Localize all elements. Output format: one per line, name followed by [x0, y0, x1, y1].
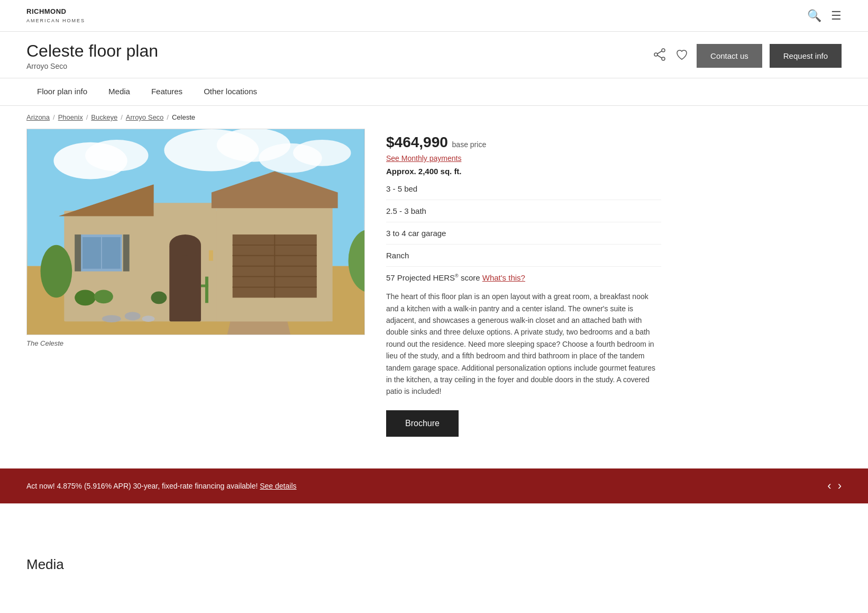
- search-icon[interactable]: 🔍: [807, 9, 821, 23]
- svg-rect-25: [169, 245, 201, 321]
- breadcrumb-arroyo-seco[interactable]: Arroyo Seco: [126, 113, 164, 121]
- svg-rect-22: [102, 237, 121, 269]
- header-actions: 🔍 ☰: [807, 9, 842, 23]
- tab-features[interactable]: Features: [141, 78, 193, 106]
- nav-tabs: Floor plan info Media Features Other loc…: [0, 78, 868, 106]
- hers-whatsthis-link[interactable]: What's this?: [482, 273, 525, 282]
- svg-rect-23: [75, 235, 81, 272]
- financing-message: Act now! 4.875% (5.916% APR) 30-year, fi…: [26, 482, 258, 490]
- hers-block: 57 Projected HERS® score What's this?: [386, 273, 661, 282]
- svg-rect-16: [153, 203, 216, 216]
- image-section: The Celeste: [26, 129, 365, 437]
- property-image: [26, 129, 365, 335]
- price-block: $464,990 base price: [386, 134, 661, 151]
- tab-floor-plan-info[interactable]: Floor plan info: [26, 78, 98, 106]
- financing-see-details-link[interactable]: See details: [260, 482, 296, 490]
- bath-spec: 2.5 - 3 bath: [386, 206, 661, 222]
- svg-rect-21: [83, 237, 101, 269]
- financing-text: Act now! 4.875% (5.916% APR) 30-year, fi…: [26, 482, 297, 490]
- media-section: Media: [0, 535, 868, 594]
- brochure-button[interactable]: Brochure: [386, 410, 459, 437]
- garage-spec: 3 to 4 car garage: [386, 229, 661, 245]
- svg-line-4: [657, 55, 662, 58]
- svg-point-36: [75, 290, 96, 306]
- main-content: The Celeste $464,990 base price See Mont…: [0, 129, 688, 458]
- banner-prev-arrow[interactable]: ‹: [827, 479, 831, 493]
- media-heading: Media: [26, 556, 842, 573]
- svg-point-11: [293, 140, 351, 166]
- svg-point-2: [662, 57, 665, 60]
- title-bar: Celeste floor plan Arroyo Seco Contact u…: [0, 32, 868, 78]
- tab-other-locations[interactable]: Other locations: [193, 78, 268, 106]
- svg-rect-41: [201, 285, 208, 287]
- breadcrumb: Arizona / Phoenix / Buckeye / Arroyo Sec…: [0, 106, 868, 129]
- site-header: RICHMOND AMERICAN HOMES 🔍 ☰: [0, 0, 868, 32]
- svg-rect-24: [123, 235, 130, 272]
- monthly-payments-link[interactable]: See Monthly payments: [386, 154, 661, 163]
- svg-rect-40: [205, 277, 208, 303]
- square-footage: Approx. 2,400 sq. ft.: [386, 167, 661, 176]
- breadcrumb-buckeye[interactable]: Buckeye: [91, 113, 117, 121]
- financing-banner: Act now! 4.875% (5.916% APR) 30-year, fi…: [0, 468, 868, 503]
- hers-suffix: score: [459, 273, 482, 282]
- logo-line2: AMERICAN HOMES: [26, 18, 85, 23]
- tab-media[interactable]: Media: [98, 78, 141, 106]
- banner-next-arrow[interactable]: ›: [838, 479, 842, 493]
- floor-plan-title-block: Celeste floor plan Arroyo Seco: [26, 41, 158, 70]
- community-name: Arroyo Seco: [26, 62, 158, 70]
- request-info-button[interactable]: Request info: [770, 44, 842, 68]
- details-section: $464,990 base price See Monthly payments…: [386, 129, 661, 437]
- svg-point-44: [102, 315, 121, 322]
- svg-point-34: [41, 245, 72, 298]
- breadcrumb-celeste: Celeste: [172, 113, 195, 121]
- svg-rect-39: [209, 250, 213, 261]
- svg-line-3: [657, 51, 662, 53]
- logo-line1: RICHMOND: [26, 7, 67, 15]
- contact-us-button[interactable]: Contact us: [697, 44, 762, 68]
- share-icon[interactable]: [652, 47, 667, 65]
- property-description: The heart of this floor plan is an open …: [386, 291, 661, 398]
- svg-point-0: [662, 49, 665, 52]
- floor-plan-title: Celeste floor plan: [26, 41, 158, 61]
- title-bar-actions: Contact us Request info: [652, 44, 842, 68]
- hers-score: 57 Projected HERS: [386, 273, 455, 282]
- banner-arrows: ‹ ›: [827, 479, 842, 493]
- breadcrumb-phoenix[interactable]: Phoenix: [58, 113, 83, 121]
- svg-point-26: [169, 235, 201, 256]
- favorite-icon[interactable]: [674, 47, 689, 65]
- bed-spec: 3 - 5 bed: [386, 184, 661, 200]
- svg-point-37: [94, 290, 113, 304]
- price-label: base price: [452, 140, 487, 149]
- svg-point-43: [142, 315, 155, 322]
- menu-icon[interactable]: ☰: [831, 9, 842, 23]
- price-value: $464,990: [386, 134, 448, 150]
- svg-point-42: [125, 312, 141, 320]
- svg-point-1: [654, 53, 657, 56]
- style-spec: Ranch: [386, 251, 661, 267]
- image-caption: The Celeste: [26, 339, 365, 347]
- svg-point-7: [85, 140, 148, 172]
- site-logo: RICHMOND AMERICAN HOMES: [26, 7, 85, 24]
- svg-point-38: [151, 292, 167, 304]
- breadcrumb-arizona[interactable]: Arizona: [26, 113, 50, 121]
